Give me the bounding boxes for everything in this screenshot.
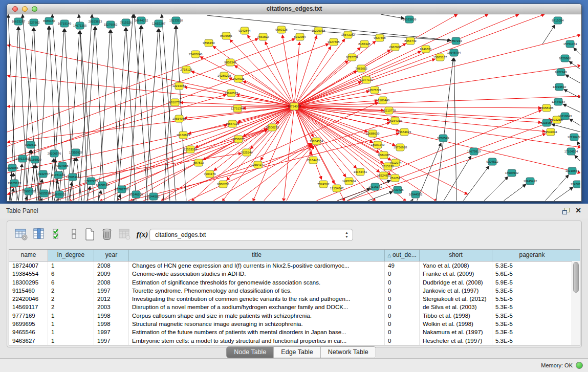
network-node-label: 9684067 xyxy=(378,154,390,157)
network-node-label: 8675685 xyxy=(220,34,232,37)
table-vertical-scrollbar[interactable] xyxy=(572,261,580,345)
float-panel-icon[interactable] xyxy=(562,208,570,214)
network-node-label: 887833 xyxy=(193,161,204,164)
network-node-label: 9127505 xyxy=(328,40,340,43)
network-node-label: 9097588 xyxy=(56,164,69,167)
network-node-label: 16210643 xyxy=(558,115,572,118)
new-table-icon[interactable] xyxy=(83,227,97,242)
cell-pagerank: 5.6E-5 xyxy=(492,270,572,278)
delete-table-icon[interactable] xyxy=(100,227,115,242)
cell-year: 2003 xyxy=(94,303,129,311)
cell-short: Wolkin et al. (1998) xyxy=(420,320,492,328)
column-header-pagerank[interactable]: pagerank xyxy=(492,250,572,261)
tab-network-table[interactable]: Network Table xyxy=(321,347,376,358)
tab-edge-table[interactable]: Edge Table xyxy=(274,347,320,358)
network-node-label: 19756928 xyxy=(394,146,407,149)
column-header-name[interactable]: name xyxy=(9,250,48,261)
table-panel-title: Table Panel xyxy=(6,207,38,214)
network-node-label: 13940573 xyxy=(225,92,238,95)
column-header-title[interactable]: title xyxy=(129,250,385,261)
table-row[interactable]: 1938455462009Genome-wide association stu… xyxy=(9,270,580,278)
network-node-label: 7612074 xyxy=(389,161,402,164)
cell-title: Embryonic stem cells: a model to study s… xyxy=(129,337,385,345)
network-node-label: 9329966 xyxy=(559,57,571,60)
cell-in_degree: 1 xyxy=(48,261,94,270)
cell-in_degree: 2 xyxy=(48,303,94,311)
cytoscape-app: citations_edges.txt 18724007224200462718… xyxy=(0,0,588,372)
network-node-label: 18724007 xyxy=(288,105,301,108)
cell-name: 14569117 xyxy=(9,303,48,311)
tab-node-table[interactable]: Node Table xyxy=(227,347,274,358)
row-height-icon[interactable] xyxy=(68,227,82,242)
cell-year: 1997 xyxy=(94,328,129,336)
black-edge xyxy=(483,177,508,201)
network-node-label: 8912954 xyxy=(294,35,306,38)
black-edge xyxy=(570,119,580,126)
table-row[interactable]: 946362711997Embryonic stem cells: a mode… xyxy=(9,337,580,345)
scrollbar-thumb[interactable] xyxy=(573,262,579,293)
cell-in_degree: 2 xyxy=(48,295,94,303)
network-node-label: 7857214 xyxy=(450,39,462,42)
column-header-year[interactable]: year xyxy=(94,250,129,261)
column-header-out_degree[interactable]: △out_de... xyxy=(385,250,420,261)
network-node-label: 9858071 xyxy=(232,138,245,141)
cell-pagerank: 5.3E-5 xyxy=(492,337,572,345)
network-node-label: 15905133 xyxy=(22,190,36,193)
cell-title: Estimation of significance thresholds fo… xyxy=(129,278,385,287)
red-edge xyxy=(294,106,437,201)
network-node-label: 20246208 xyxy=(129,193,143,196)
network-node-label: 9146821 xyxy=(420,48,432,51)
black-edge xyxy=(577,141,580,147)
red-edge xyxy=(130,106,294,201)
cell-in_degree: 1 xyxy=(48,328,94,336)
close-panel-icon[interactable]: ✕ xyxy=(575,206,581,214)
table-settings-icon[interactable] xyxy=(14,227,29,242)
function-builder-icon[interactable]: f(x) xyxy=(135,227,150,242)
table-row[interactable]: 977716911998Corpus callosum shape and si… xyxy=(9,312,580,320)
import-table-icon[interactable] xyxy=(118,227,132,242)
network-node-label: 15276062 xyxy=(104,23,118,26)
red-edge xyxy=(294,42,299,106)
cell-short: de Silva et al. (2003) xyxy=(420,303,492,311)
table-row[interactable]: 911546021997Tourette syndrome. Phenomeno… xyxy=(9,287,580,295)
black-edge xyxy=(126,28,136,201)
column-header-in_degree[interactable]: in_degree xyxy=(48,250,94,261)
table-panel-body: f(x) citations_edges.txt ▲▼ namein_degre… xyxy=(0,218,588,358)
column-header-short[interactable]: short xyxy=(420,250,492,261)
network-node-label: 19384554 xyxy=(310,140,323,143)
network-node-label: 8466160 xyxy=(43,19,55,23)
network-node-label: 7625244 xyxy=(241,151,253,154)
network-node-label: 16164359 xyxy=(388,119,402,122)
network-node-label: 10210554 xyxy=(565,169,579,172)
column-visibility-icon[interactable] xyxy=(32,227,47,242)
red-edge xyxy=(253,106,294,201)
table-row[interactable]: 1830029562008Estimation of significance … xyxy=(9,278,580,287)
cell-title: Estimation of the future numbers of pati… xyxy=(129,328,385,336)
black-edge xyxy=(129,26,141,201)
table-row[interactable]: 1456911722003Disruption of a novel membe… xyxy=(9,303,580,311)
network-node-label: 12154847 xyxy=(330,187,344,190)
memory-ok-icon[interactable] xyxy=(576,362,583,369)
network-canvas[interactable]: 1872400722420046271812612213383181075519… xyxy=(7,14,580,201)
network-node-label: 8186328 xyxy=(358,42,371,46)
cell-name: 22420046 xyxy=(9,295,48,303)
table-row[interactable]: 2242004622012Investigating the contribut… xyxy=(9,295,580,303)
black-edge xyxy=(177,26,186,201)
network-node-label: 9858349 xyxy=(224,61,236,64)
table-selector-combo[interactable]: citations_edges.txt ▲▼ xyxy=(149,229,353,241)
cell-out_degree: 0 xyxy=(385,270,420,278)
network-node-label: 11451944 xyxy=(52,173,66,177)
table-row[interactable]: 946554611997Estimation of the future num… xyxy=(9,328,580,336)
red-edge xyxy=(294,51,421,106)
network-node-label: 12450122 xyxy=(571,183,580,186)
black-edge xyxy=(463,166,489,201)
red-edge xyxy=(294,106,357,168)
cell-year: 2009 xyxy=(94,270,129,278)
window-titlebar[interactable]: citations_edges.txt xyxy=(7,4,581,14)
network-node-label: 12444154 xyxy=(552,100,565,103)
network-node-label: 9244502 xyxy=(147,195,160,198)
table-row[interactable]: 1872400712008Changes of HCN gene express… xyxy=(9,261,580,270)
cell-name: 18300295 xyxy=(9,278,48,287)
select-rows-icon[interactable] xyxy=(51,227,66,242)
table-row[interactable]: 969969511998Structural magnetic resonanc… xyxy=(9,320,580,328)
